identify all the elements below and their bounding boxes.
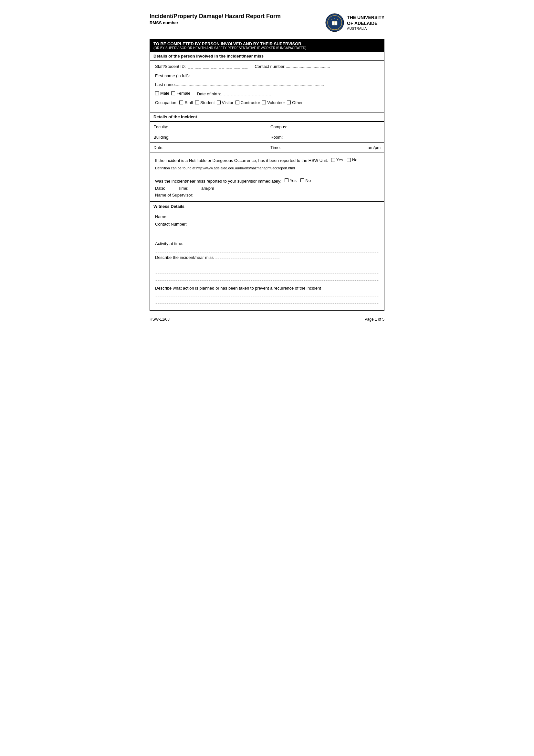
notifiable-definition: Definition can be found at http://www.ad…	[155, 166, 379, 170]
first-name-label: First name (in full):	[155, 73, 190, 78]
supervisor-ampm-label: am/pm	[201, 186, 214, 191]
describe-line-3	[155, 276, 379, 281]
male-label: Male	[160, 91, 169, 96]
supervisor-time-group: Time:	[178, 186, 188, 191]
witness-contact-line	[155, 227, 379, 231]
time-cell: Time: am/pm	[267, 143, 384, 152]
supervisor-date-label: Date:	[155, 186, 165, 191]
other-label: Other	[292, 100, 303, 105]
other-checkbox-item: Other	[287, 100, 303, 105]
notifiable-section: If the incident is a Notifiable or Dange…	[150, 152, 384, 174]
student-label: Student	[200, 100, 215, 105]
date-time-row: Date: Time: am/pm	[150, 143, 384, 152]
student-checkbox-item: Student	[195, 100, 215, 105]
occupation-label: Occupation:	[155, 100, 177, 105]
staff-id-group: Staff/Student ID: __ __ __ __ __ __ __ _…	[155, 64, 248, 69]
action-label: Describe what action is planned or has b…	[155, 286, 321, 290]
volunteer-checkbox[interactable]	[262, 100, 266, 104]
banner-line2: (OR BY SUPERVISOR OR HEALTH AND SAFETY R…	[153, 46, 381, 50]
person-details-body: Staff/Student ID: __ __ __ __ __ __ __ _…	[150, 61, 384, 112]
time-label: Time:	[270, 145, 281, 150]
contractor-checkbox-item: Contractor	[236, 100, 260, 105]
student-checkbox[interactable]	[195, 100, 199, 104]
banner-header: TO BE COMPLETED BY PERSON INVOLVED AND B…	[150, 40, 384, 52]
first-name-row: First name (in full):	[155, 73, 379, 78]
action-line-1	[155, 292, 379, 296]
gender-group: Male Female	[155, 91, 191, 96]
dob-group: Date of birth:………………………………	[197, 92, 271, 96]
banner-line1: TO BE COMPLETED BY PERSON INVOLVED AND B…	[153, 41, 381, 46]
action-section: Describe what action is planned or has b…	[155, 286, 379, 290]
supervisor-section: Was the incident/near miss reported to y…	[150, 174, 384, 202]
university-logo-block: ★ ★ ★ SUB CRUCE LUMEN THE UNIVERSITY OF …	[325, 13, 384, 32]
supervisor-no-label: No	[306, 178, 311, 183]
visitor-checkbox[interactable]	[217, 100, 221, 104]
contractor-checkbox[interactable]	[236, 100, 240, 104]
gender-dob-row: Male Female Date of birth:………………………………	[155, 91, 379, 96]
incident-grid: Faculty: Campus: Building: Room: Date: T…	[150, 122, 384, 152]
university-crest-icon: ★ ★ ★ SUB CRUCE LUMEN	[325, 13, 344, 32]
last-name-label: Last name:..............................…	[155, 82, 324, 87]
staff-checkbox-item: Staff	[179, 100, 193, 105]
building-cell: Building:	[150, 132, 267, 142]
page-header: Incident/Property Damage/ Hazard Report …	[150, 13, 384, 32]
notifiable-row: If the incident is a Notifiable or Dange…	[155, 157, 379, 164]
dob-label: Date of birth:………………………………	[197, 92, 271, 96]
supervisor-no-checkbox[interactable]	[300, 178, 304, 182]
main-form: TO BE COMPLETED BY PERSON INVOLVED AND B…	[150, 39, 384, 310]
female-checkbox[interactable]	[171, 92, 175, 95]
supervisor-name-label: Name of Supervisor:	[155, 193, 193, 198]
university-name: THE UNIVERSITY OF ADELAIDE AUSTRALIA	[347, 14, 384, 31]
ampm-label: am/pm	[368, 145, 381, 150]
activity-label: Activity at time:	[155, 241, 379, 246]
volunteer-label: Volunteer	[267, 100, 285, 105]
activity-line-1	[155, 248, 379, 253]
last-name-row: Last name:..............................…	[155, 82, 379, 87]
faculty-label: Faculty:	[153, 124, 168, 129]
supervisor-text: Was the incident/near miss reported to y…	[155, 178, 281, 183]
other-checkbox[interactable]	[287, 100, 291, 104]
supervisor-name-row: Name of Supervisor:	[155, 193, 379, 198]
describe-label: Describe the incident/near miss	[155, 255, 379, 260]
male-checkbox[interactable]	[155, 92, 159, 95]
supervisor-yes-checkbox[interactable]	[285, 178, 289, 182]
campus-cell: Campus:	[267, 122, 384, 132]
form-title: Incident/Property Damage/ Hazard Report …	[150, 13, 285, 20]
staff-contact-row: Staff/Student ID: __ __ __ __ __ __ __ _…	[155, 64, 379, 69]
notifiable-text: If the incident is a Notifiable or Dange…	[155, 158, 328, 163]
witness-name-label: Name:	[155, 214, 167, 219]
supervisor-yes-group: Yes	[285, 178, 296, 183]
visitor-label: Visitor	[222, 100, 234, 105]
notifiable-yes-checkbox[interactable]	[331, 158, 335, 162]
building-room-row: Building: Room:	[150, 132, 384, 143]
supervisor-ampm-group: am/pm	[201, 186, 214, 191]
date-label: Date:	[153, 145, 164, 150]
faculty-campus-row: Faculty: Campus:	[150, 122, 384, 132]
describe-line-1	[155, 262, 379, 266]
staff-checkbox[interactable]	[179, 100, 183, 104]
supervisor-report-row: Was the incident/near miss reported to y…	[155, 178, 379, 184]
occupation-row: Occupation: Staff Student Visitor Contra…	[155, 100, 379, 105]
uni-name-line1: THE UNIVERSITY	[347, 14, 384, 20]
person-section-header: Details of the person involved in the in…	[150, 52, 384, 61]
page-footer: HSW-11/08 Page 1 of 5	[150, 317, 384, 322]
staff-id-value: __ __ __ __ __ __ __ __	[188, 64, 248, 69]
notifiable-yes-label: Yes	[336, 157, 343, 164]
contact-label: Contact number:.........................…	[255, 64, 330, 69]
supervisor-date-time-row: Date: Time: am/pm	[155, 186, 379, 191]
notifiable-no-checkbox[interactable]	[347, 158, 351, 162]
faculty-cell: Faculty:	[150, 122, 267, 132]
date-cell: Date:	[150, 143, 267, 152]
supervisor-yes-label: Yes	[290, 178, 296, 183]
contact-group: Contact number:.........................…	[255, 64, 330, 69]
uni-name-line2: OF ADELAIDE	[347, 20, 384, 26]
witness-body: Name: Contact Number:	[150, 211, 384, 237]
footer-code: HSW-11/08	[150, 317, 169, 322]
activity-body: Activity at time: Describe the incident/…	[150, 237, 384, 310]
witness-name-row: Name:	[155, 214, 379, 219]
room-cell: Room:	[267, 132, 384, 142]
supervisor-no-group: No	[300, 178, 311, 183]
footer-page: Page 1 of 5	[365, 317, 384, 322]
first-name-line	[192, 73, 379, 77]
staff-id-label: Staff/Student ID:	[155, 64, 186, 69]
